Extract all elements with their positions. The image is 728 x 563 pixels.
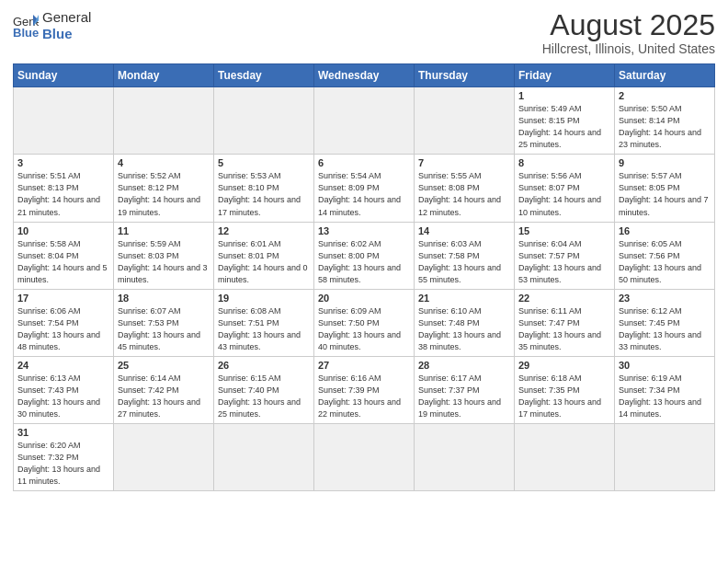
header-friday: Friday <box>515 64 615 87</box>
calendar-cell: 1Sunrise: 5:49 AM Sunset: 8:15 PM Daylig… <box>515 87 615 155</box>
calendar-cell: 25Sunrise: 6:14 AM Sunset: 7:42 PM Dayli… <box>114 356 214 423</box>
day-number: 22 <box>518 293 610 304</box>
day-number: 26 <box>218 360 310 371</box>
day-number: 30 <box>619 360 711 371</box>
day-number: 3 <box>17 157 109 168</box>
calendar-week-1: 3Sunrise: 5:51 AM Sunset: 8:13 PM Daylig… <box>14 155 715 222</box>
day-info: Sunrise: 6:12 AM Sunset: 7:45 PM Dayligh… <box>619 305 711 353</box>
calendar-cell: 24Sunrise: 6:13 AM Sunset: 7:43 PM Dayli… <box>14 356 114 423</box>
day-info: Sunrise: 6:19 AM Sunset: 7:34 PM Dayligh… <box>619 373 711 420</box>
day-info: Sunrise: 5:56 AM Sunset: 8:07 PM Dayligh… <box>518 170 610 218</box>
day-info: Sunrise: 5:53 AM Sunset: 8:10 PM Dayligh… <box>218 170 310 218</box>
logo-blue: Blue <box>42 26 91 42</box>
day-number: 1 <box>518 90 610 101</box>
day-number: 27 <box>318 360 410 371</box>
day-info: Sunrise: 6:18 AM Sunset: 7:35 PM Dayligh… <box>518 373 610 420</box>
day-info: Sunrise: 5:58 AM Sunset: 8:04 PM Dayligh… <box>17 238 109 286</box>
calendar-cell: 16Sunrise: 6:05 AM Sunset: 7:56 PM Dayli… <box>615 222 715 289</box>
calendar-cell: 9Sunrise: 5:57 AM Sunset: 8:05 PM Daylig… <box>615 155 715 222</box>
calendar-cell: 5Sunrise: 5:53 AM Sunset: 8:10 PM Daylig… <box>214 155 314 222</box>
day-number: 13 <box>318 225 410 236</box>
day-number: 17 <box>17 293 109 304</box>
day-number: 10 <box>17 225 109 236</box>
day-number: 9 <box>619 157 711 168</box>
day-info: Sunrise: 6:15 AM Sunset: 7:40 PM Dayligh… <box>218 373 310 420</box>
calendar-cell: 21Sunrise: 6:10 AM Sunset: 7:48 PM Dayli… <box>415 289 515 356</box>
calendar-cell: 19Sunrise: 6:08 AM Sunset: 7:51 PM Dayli… <box>214 289 314 356</box>
calendar-cell: 12Sunrise: 6:01 AM Sunset: 8:01 PM Dayli… <box>214 222 314 289</box>
day-info: Sunrise: 6:03 AM Sunset: 7:58 PM Dayligh… <box>418 238 510 286</box>
calendar-cell: 31Sunrise: 6:20 AM Sunset: 7:32 PM Dayli… <box>14 424 114 491</box>
calendar-cell: 26Sunrise: 6:15 AM Sunset: 7:40 PM Dayli… <box>214 356 314 423</box>
calendar-cell: 14Sunrise: 6:03 AM Sunset: 7:58 PM Dayli… <box>415 222 515 289</box>
day-info: Sunrise: 6:16 AM Sunset: 7:39 PM Dayligh… <box>318 373 410 420</box>
calendar-week-2: 10Sunrise: 5:58 AM Sunset: 8:04 PM Dayli… <box>14 222 715 289</box>
calendar-cell <box>214 87 314 155</box>
day-number: 25 <box>118 360 210 371</box>
calendar-cell: 28Sunrise: 6:17 AM Sunset: 7:37 PM Dayli… <box>415 356 515 423</box>
header-wednesday: Wednesday <box>314 64 415 87</box>
day-number: 24 <box>17 360 109 371</box>
calendar-week-3: 17Sunrise: 6:06 AM Sunset: 7:54 PM Dayli… <box>14 289 715 356</box>
header-thursday: Thursday <box>415 64 515 87</box>
day-info: Sunrise: 6:13 AM Sunset: 7:43 PM Dayligh… <box>17 373 109 420</box>
day-info: Sunrise: 6:04 AM Sunset: 7:57 PM Dayligh… <box>518 238 610 286</box>
day-number: 5 <box>218 157 310 168</box>
calendar-cell <box>114 87 214 155</box>
header-sunday: Sunday <box>14 64 114 87</box>
calendar-cell: 23Sunrise: 6:12 AM Sunset: 7:45 PM Dayli… <box>615 289 715 356</box>
day-number: 7 <box>418 157 510 168</box>
day-number: 20 <box>318 293 410 304</box>
day-number: 11 <box>118 225 210 236</box>
calendar-subtitle: Hillcrest, Illinois, United States <box>542 41 715 56</box>
day-info: Sunrise: 6:10 AM Sunset: 7:48 PM Dayligh… <box>418 305 510 353</box>
header: General Blue General Blue August 2025 Hi… <box>13 9 715 56</box>
calendar-cell <box>515 424 615 491</box>
calendar-cell: 11Sunrise: 5:59 AM Sunset: 8:03 PM Dayli… <box>114 222 214 289</box>
calendar-table: Sunday Monday Tuesday Wednesday Thursday… <box>13 63 715 491</box>
calendar-cell <box>14 87 114 155</box>
day-number: 18 <box>118 293 210 304</box>
svg-text:Blue: Blue <box>13 26 39 39</box>
day-number: 23 <box>619 293 711 304</box>
calendar-cell <box>114 424 214 491</box>
day-info: Sunrise: 5:52 AM Sunset: 8:12 PM Dayligh… <box>118 170 210 218</box>
day-info: Sunrise: 6:06 AM Sunset: 7:54 PM Dayligh… <box>17 305 109 353</box>
day-number: 19 <box>218 293 310 304</box>
logo-icon: General Blue <box>13 13 39 39</box>
day-info: Sunrise: 6:08 AM Sunset: 7:51 PM Dayligh… <box>218 305 310 353</box>
day-number: 15 <box>518 225 610 236</box>
calendar-cell: 10Sunrise: 5:58 AM Sunset: 8:04 PM Dayli… <box>14 222 114 289</box>
day-number: 21 <box>418 293 510 304</box>
calendar-cell <box>314 424 415 491</box>
day-info: Sunrise: 6:11 AM Sunset: 7:47 PM Dayligh… <box>518 305 610 353</box>
calendar-header-row: Sunday Monday Tuesday Wednesday Thursday… <box>14 64 715 87</box>
calendar-cell <box>615 424 715 491</box>
day-info: Sunrise: 5:51 AM Sunset: 8:13 PM Dayligh… <box>17 170 109 218</box>
calendar-cell <box>415 87 515 155</box>
logo: General Blue General Blue <box>13 9 91 42</box>
calendar-title: August 2025 <box>542 9 715 41</box>
calendar-cell: 22Sunrise: 6:11 AM Sunset: 7:47 PM Dayli… <box>515 289 615 356</box>
day-info: Sunrise: 6:05 AM Sunset: 7:56 PM Dayligh… <box>619 238 711 286</box>
day-info: Sunrise: 6:07 AM Sunset: 7:53 PM Dayligh… <box>118 305 210 353</box>
day-number: 4 <box>118 157 210 168</box>
calendar-cell: 3Sunrise: 5:51 AM Sunset: 8:13 PM Daylig… <box>14 155 114 222</box>
day-info: Sunrise: 5:57 AM Sunset: 8:05 PM Dayligh… <box>619 170 711 218</box>
day-number: 8 <box>518 157 610 168</box>
calendar-cell: 18Sunrise: 6:07 AM Sunset: 7:53 PM Dayli… <box>114 289 214 356</box>
calendar-cell: 20Sunrise: 6:09 AM Sunset: 7:50 PM Dayli… <box>314 289 415 356</box>
header-monday: Monday <box>114 64 214 87</box>
day-info: Sunrise: 5:59 AM Sunset: 8:03 PM Dayligh… <box>118 238 210 286</box>
day-number: 16 <box>619 225 711 236</box>
calendar-cell: 17Sunrise: 6:06 AM Sunset: 7:54 PM Dayli… <box>14 289 114 356</box>
day-info: Sunrise: 6:17 AM Sunset: 7:37 PM Dayligh… <box>418 373 510 420</box>
day-info: Sunrise: 5:49 AM Sunset: 8:15 PM Dayligh… <box>518 103 610 151</box>
day-number: 29 <box>518 360 610 371</box>
day-number: 14 <box>418 225 510 236</box>
calendar-cell: 15Sunrise: 6:04 AM Sunset: 7:57 PM Dayli… <box>515 222 615 289</box>
calendar-cell: 7Sunrise: 5:55 AM Sunset: 8:08 PM Daylig… <box>415 155 515 222</box>
day-number: 6 <box>318 157 410 168</box>
calendar-cell: 30Sunrise: 6:19 AM Sunset: 7:34 PM Dayli… <box>615 356 715 423</box>
day-info: Sunrise: 5:55 AM Sunset: 8:08 PM Dayligh… <box>418 170 510 218</box>
